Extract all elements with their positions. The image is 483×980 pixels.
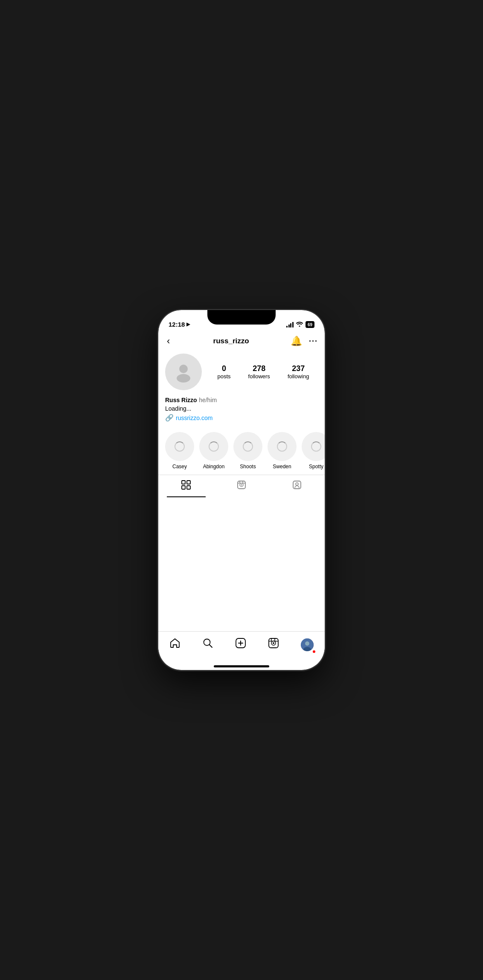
tagged-icon — [292, 480, 302, 492]
followers-count: 278 — [253, 365, 265, 372]
svg-rect-3 — [187, 481, 190, 484]
svg-point-1 — [177, 374, 190, 383]
stat-followers[interactable]: 278 followers — [248, 365, 270, 380]
svg-rect-5 — [187, 486, 190, 489]
nav-actions: 🔔 ··· — [291, 336, 318, 347]
story-spotty[interactable]: Spotty — [302, 432, 325, 470]
wifi-icon — [296, 321, 303, 328]
svg-rect-12 — [293, 481, 301, 489]
profile-section: 0 posts 278 followers 237 following Russ… — [158, 354, 325, 427]
posts-count: 0 — [222, 365, 226, 372]
profile-avatar-image — [301, 638, 314, 651]
status-icons: 69 — [286, 321, 314, 328]
story-shoots[interactable]: Shoots — [233, 432, 262, 470]
tab-grid[interactable] — [158, 475, 214, 497]
avatar[interactable] — [165, 354, 202, 390]
profile-link[interactable]: 🔗 russrizzo.com — [165, 414, 318, 422]
followers-label: followers — [248, 373, 270, 380]
phone-shell: 12:18 ▶ 69 — [158, 310, 325, 670]
link-text: russrizzo.com — [176, 415, 212, 421]
home-indicator — [214, 665, 269, 667]
nav-add-button[interactable] — [233, 636, 248, 653]
story-sweden[interactable]: Sweden — [268, 432, 297, 470]
tabs-row — [158, 475, 325, 497]
more-options-icon[interactable]: ··· — [309, 337, 318, 346]
profile-name: Russ Rizzo — [165, 397, 197, 403]
story-label-abingdon: Abingdon — [203, 464, 225, 470]
story-label-sweden: Sweden — [273, 464, 291, 470]
story-circle-shoots[interactable] — [233, 432, 262, 461]
story-loading-sweden — [277, 441, 287, 452]
profile-name-row: Russ Rizzo he/him — [165, 396, 318, 404]
svg-point-26 — [305, 641, 309, 646]
following-count: 237 — [292, 365, 305, 372]
story-loading-spotty — [311, 441, 321, 452]
profile-pronouns: he/him — [199, 397, 217, 403]
content-area — [158, 497, 325, 631]
svg-point-8 — [241, 484, 242, 486]
reels-icon — [237, 480, 246, 492]
story-label-shoots: Shoots — [240, 464, 256, 470]
svg-point-0 — [179, 365, 188, 373]
battery-icon: 69 — [306, 321, 314, 328]
status-time: 12:18 ▶ — [169, 321, 190, 328]
search-icon — [202, 638, 213, 652]
svg-point-13 — [296, 483, 298, 485]
notch — [207, 310, 276, 325]
back-button[interactable]: ‹ — [165, 334, 172, 348]
posts-label: posts — [218, 373, 231, 380]
reels-nav-icon — [268, 638, 279, 652]
notifications-icon[interactable]: 🔔 — [291, 336, 302, 347]
story-circle-spotty[interactable] — [302, 432, 325, 461]
stories-row: Casey Abingdon Shoots Sweden — [158, 427, 325, 475]
home-icon — [169, 638, 180, 652]
story-casey[interactable]: Casey — [165, 432, 194, 470]
story-loading-shoots — [243, 441, 253, 452]
bottom-nav — [158, 631, 325, 665]
nav-reels-button[interactable] — [266, 636, 281, 653]
story-label-casey: Casey — [172, 464, 187, 470]
nav-home-button[interactable] — [168, 636, 182, 653]
following-label: following — [288, 373, 309, 380]
notification-dot — [312, 649, 316, 654]
svg-line-15 — [209, 645, 212, 648]
nav-header: ‹ russ_rizzo 🔔 ··· — [158, 331, 325, 354]
tab-reels[interactable] — [214, 475, 269, 497]
link-icon: 🔗 — [165, 414, 174, 422]
clock: 12:18 — [169, 321, 185, 328]
stats-row: 0 posts 278 followers 237 following — [209, 365, 318, 380]
svg-rect-2 — [182, 481, 185, 484]
location-arrow-icon: ▶ — [186, 322, 190, 327]
stat-following[interactable]: 237 following — [288, 365, 309, 380]
profile-username-header: russ_rizzo — [213, 337, 249, 345]
tab-tagged[interactable] — [269, 475, 325, 497]
story-abingdon[interactable]: Abingdon — [199, 432, 228, 470]
story-circle-casey[interactable] — [165, 432, 194, 461]
story-circle-abingdon[interactable] — [199, 432, 228, 461]
story-circle-sweden[interactable] — [268, 432, 297, 461]
stat-posts[interactable]: 0 posts — [218, 365, 231, 380]
grid-icon — [181, 480, 191, 492]
avatar-person-icon — [173, 361, 194, 383]
profile-top: 0 posts 278 followers 237 following — [165, 354, 318, 390]
story-loading-casey — [175, 441, 185, 452]
nav-search-button[interactable] — [201, 636, 215, 653]
add-icon — [235, 638, 246, 652]
story-label-spotty: Spotty — [309, 464, 323, 470]
story-loading-abingdon — [209, 441, 219, 452]
profile-bio: Loading... — [165, 405, 318, 412]
svg-rect-4 — [182, 486, 185, 489]
nav-profile-avatar — [301, 638, 314, 651]
nav-profile-button[interactable] — [299, 637, 315, 653]
phone-screen: 12:18 ▶ 69 — [158, 310, 325, 670]
signal-icon — [286, 322, 294, 328]
svg-point-21 — [273, 642, 274, 644]
